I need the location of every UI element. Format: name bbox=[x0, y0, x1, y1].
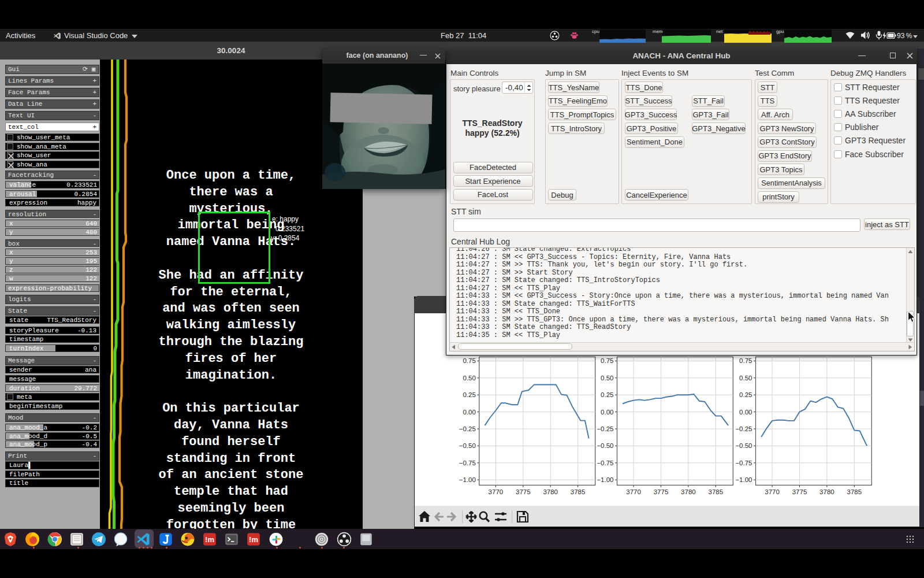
svg-text:3780: 3780 bbox=[819, 488, 834, 495]
svg-text:3775: 3775 bbox=[792, 488, 807, 495]
svg-text:0.75: 0.75 bbox=[601, 357, 613, 364]
svg-text:0.50: 0.50 bbox=[463, 375, 475, 381]
svg-text:0.75: 0.75 bbox=[463, 357, 475, 364]
svg-text:−1.00: −1.00 bbox=[459, 476, 476, 483]
svg-text:0.00: 0.00 bbox=[463, 409, 475, 416]
svg-text:0.25: 0.25 bbox=[463, 391, 475, 398]
svg-text:3780: 3780 bbox=[681, 488, 696, 495]
svg-text:−0.75: −0.75 bbox=[597, 460, 613, 466]
svg-text:−1.00: −1.00 bbox=[735, 476, 752, 483]
svg-text:−0.25: −0.25 bbox=[735, 425, 752, 432]
svg-text:−1.00: −1.00 bbox=[597, 476, 613, 483]
svg-text:0.00: 0.00 bbox=[601, 409, 613, 416]
svg-text:0.25: 0.25 bbox=[739, 391, 752, 398]
svg-text:0.25: 0.25 bbox=[601, 391, 613, 398]
svg-text:!m: !m bbox=[249, 535, 258, 544]
svg-text:−0.75: −0.75 bbox=[459, 460, 476, 466]
svg-text:0.50: 0.50 bbox=[601, 375, 613, 381]
svg-text:3775: 3775 bbox=[654, 488, 669, 495]
svg-text:−0.50: −0.50 bbox=[597, 442, 613, 449]
svg-text:3770: 3770 bbox=[626, 488, 641, 495]
svg-text:3780: 3780 bbox=[543, 488, 558, 495]
svg-text:3770: 3770 bbox=[765, 488, 780, 495]
svg-text:−0.50: −0.50 bbox=[459, 442, 476, 449]
svg-text:3770: 3770 bbox=[489, 488, 504, 495]
svg-text:−0.25: −0.25 bbox=[597, 425, 613, 432]
svg-text:3785: 3785 bbox=[847, 488, 862, 495]
svg-text:−0.50: −0.50 bbox=[735, 442, 752, 449]
svg-text:0.75: 0.75 bbox=[739, 357, 752, 364]
svg-text:−0.25: −0.25 bbox=[459, 425, 476, 432]
svg-text:3785: 3785 bbox=[571, 488, 586, 495]
svg-text:0.50: 0.50 bbox=[739, 375, 752, 381]
svg-text:−0.75: −0.75 bbox=[735, 460, 752, 466]
svg-text:3775: 3775 bbox=[516, 488, 531, 495]
svg-text:0.00: 0.00 bbox=[739, 409, 752, 416]
svg-text:3785: 3785 bbox=[709, 488, 724, 495]
svg-text:!m: !m bbox=[205, 535, 214, 544]
